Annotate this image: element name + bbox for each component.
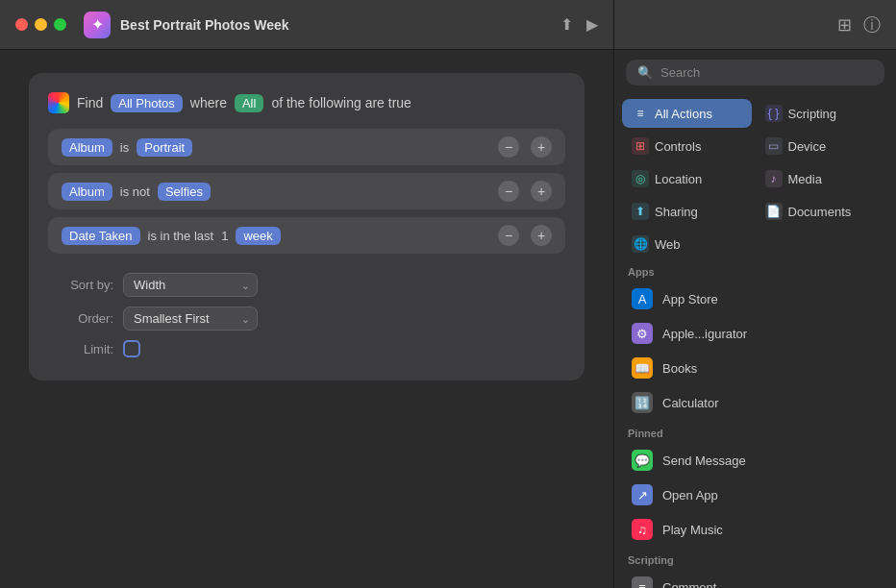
source-pill[interactable]: All Photos	[111, 94, 183, 112]
books-item[interactable]: 📖 Books	[622, 351, 888, 385]
pinned-list: 💬 Send Message ↗ Open App ♫ Play Music	[614, 443, 896, 547]
search-input-wrapper: 🔍	[626, 60, 884, 86]
cat-device[interactable]: ▭ Device	[756, 132, 885, 160]
order-select-wrapper: Smallest First Largest First	[123, 306, 258, 331]
find-block: Find All Photos where All of the followi…	[29, 73, 585, 380]
cat-sharing-label: Sharing	[655, 205, 698, 219]
search-bar: 🔍	[614, 50, 896, 95]
media-icon: ♪	[765, 170, 783, 187]
info-button[interactable]: ⓘ	[863, 13, 881, 37]
play-music-icon: ♫	[632, 519, 653, 540]
of-label: of the following are true	[271, 95, 411, 110]
add-action-button[interactable]: ⊞	[837, 14, 852, 36]
calculator-item[interactable]: 🔢 Calculator	[622, 385, 888, 420]
apple-configurator-item[interactable]: ⚙ Apple...igurator	[622, 316, 888, 351]
scroll-area[interactable]: ≡ All Actions { } Scripting ⊞ Controls ▭…	[614, 95, 896, 588]
right-panel: ⊞ ⓘ 🔍 ≡ All Actions { } Scripting ⊞ Co	[613, 0, 896, 588]
app-store-item[interactable]: A App Store	[622, 282, 888, 316]
photos-icon	[48, 92, 69, 113]
cond1-add[interactable]: +	[531, 136, 552, 158]
cond2-val[interactable]: Selfies	[158, 183, 211, 201]
where-label: where	[190, 95, 227, 110]
search-icon: 🔍	[637, 65, 653, 80]
condition-row-1: Album is Portrait − +	[48, 129, 565, 165]
close-button[interactable]	[15, 18, 28, 31]
apps-section-label: Apps	[614, 258, 896, 282]
cat-scripting-label: Scripting	[788, 107, 837, 121]
scripting-icon: { }	[765, 105, 783, 122]
comment-icon: ≡	[632, 576, 653, 588]
all-pill[interactable]: All	[235, 94, 263, 112]
cat-controls-label: Controls	[655, 139, 701, 154]
window-title: Best Portrait Photos Week	[120, 17, 551, 33]
cond2-op: is not	[120, 184, 150, 199]
apps-list: A App Store ⚙ Apple...igurator 📖 Books 🔢…	[614, 282, 896, 420]
order-label: Order:	[56, 311, 113, 326]
cond2-add[interactable]: +	[531, 181, 552, 202]
traffic-lights	[15, 18, 66, 31]
cat-location-label: Location	[655, 172, 702, 186]
send-message-label: Send Message	[662, 453, 746, 468]
limit-row: Limit:	[56, 340, 558, 357]
cond3-add[interactable]: +	[531, 225, 552, 246]
open-app-item[interactable]: ↗ Open App	[622, 478, 888, 512]
title-bar: ✦ Best Portrait Photos Week ⬆ ▶	[0, 0, 613, 50]
cat-documents[interactable]: 📄 Documents	[756, 197, 885, 226]
sort-row: Sort by: Width Height Date	[56, 273, 558, 297]
order-row: Order: Smallest First Largest First	[56, 306, 558, 331]
comment-item[interactable]: ≡ Comment	[622, 570, 888, 588]
location-icon: ◎	[632, 170, 649, 187]
cond3-num: 1	[221, 229, 228, 243]
sort-select[interactable]: Width Height Date	[123, 273, 258, 297]
scripting-list: ≡ Comment ! Show Result ! Show Alert ? A…	[614, 570, 896, 588]
search-input[interactable]	[660, 65, 873, 80]
device-icon: ▭	[765, 137, 783, 155]
run-button[interactable]: ▶	[586, 15, 598, 34]
limit-checkbox[interactable]	[123, 340, 140, 357]
main-content: Find All Photos where All of the followi…	[0, 50, 613, 588]
maximize-button[interactable]	[54, 18, 66, 31]
cat-web-label: Web	[655, 237, 681, 252]
send-message-item[interactable]: 💬 Send Message	[622, 443, 888, 478]
app-store-icon: A	[632, 288, 653, 309]
cond1-op: is	[120, 140, 129, 155]
cat-media[interactable]: ♪ Media	[756, 164, 885, 193]
cond1-remove[interactable]: −	[498, 136, 519, 158]
sort-select-wrapper: Width Height Date	[123, 273, 258, 297]
calculator-label: Calculator	[662, 396, 719, 410]
left-panel: ✦ Best Portrait Photos Week ⬆ ▶ Find All…	[0, 0, 613, 588]
minimize-button[interactable]	[35, 18, 47, 31]
app-store-label: App Store	[662, 292, 718, 306]
books-icon: 📖	[632, 357, 653, 379]
open-app-label: Open App	[662, 488, 718, 502]
condition-row-2: Album is not Selfies − +	[48, 173, 565, 209]
cat-controls[interactable]: ⊞ Controls	[622, 132, 752, 160]
cond3-field[interactable]: Date Taken	[62, 227, 140, 245]
share-button[interactable]: ⬆	[560, 15, 573, 34]
limit-label: Limit:	[56, 342, 113, 356]
cond1-val[interactable]: Portrait	[137, 138, 192, 157]
cond2-remove[interactable]: −	[498, 181, 519, 202]
condition-row-3: Date Taken is in the last 1 week − +	[48, 217, 565, 254]
cat-location[interactable]: ◎ Location	[622, 164, 752, 193]
cat-scripting[interactable]: { } Scripting	[756, 99, 885, 128]
cat-sharing[interactable]: ⬆ Sharing	[622, 197, 752, 226]
apple-configurator-label: Apple...igurator	[662, 327, 747, 341]
documents-icon: 📄	[765, 203, 783, 220]
cond3-remove[interactable]: −	[498, 225, 519, 246]
play-music-item[interactable]: ♫ Play Music	[622, 512, 888, 547]
cond3-unit[interactable]: week	[236, 227, 280, 245]
options-block: Sort by: Width Height Date Order: Smalle…	[48, 261, 565, 361]
cond2-field[interactable]: Album	[62, 183, 112, 201]
find-header: Find All Photos where All of the followi…	[48, 92, 565, 113]
cat-all-actions-label: All Actions	[655, 107, 712, 121]
cat-web[interactable]: 🌐 Web	[622, 230, 752, 258]
apple-configurator-icon: ⚙	[632, 323, 653, 344]
order-select[interactable]: Smallest First Largest First	[123, 306, 258, 331]
scripting-section-label: Scripting	[614, 547, 896, 570]
cond1-field[interactable]: Album	[62, 138, 112, 157]
cat-all-actions[interactable]: ≡ All Actions	[622, 99, 752, 128]
comment-label: Comment	[662, 580, 716, 589]
sort-label: Sort by:	[56, 278, 113, 292]
web-icon: 🌐	[632, 235, 649, 253]
